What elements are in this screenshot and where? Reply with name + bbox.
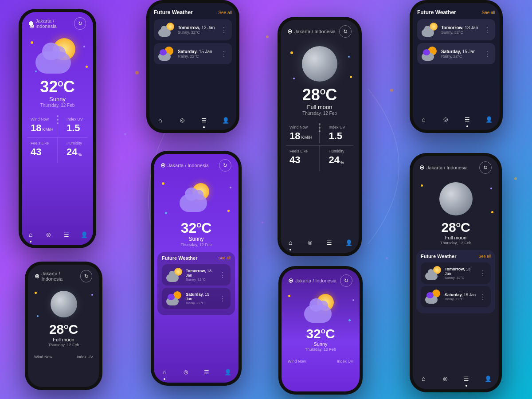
refresh-btn-3[interactable]: ↻	[339, 25, 352, 38]
nav-user-2[interactable]: 👤	[219, 114, 232, 126]
nav-user-1[interactable]: 👤	[78, 228, 90, 241]
refresh-btn-1[interactable]: ↻	[74, 17, 86, 30]
location-pin-5	[35, 274, 39, 278]
phone-5: Jakarta / Indonesia ↻ 28OC Full moon Thu…	[25, 262, 102, 390]
forecast-more-4a[interactable]: ⋮	[484, 26, 491, 34]
forecast-more-saturday-2[interactable]: ⋮	[220, 50, 227, 58]
nav-list-2[interactable]: ☰	[198, 114, 210, 126]
forecast-icon-sunny-2	[158, 23, 174, 37]
nav-list-3[interactable]: ☰	[323, 236, 336, 249]
weather-icon-area-6	[154, 174, 239, 219]
temp-area-7: 32OC Sunny Thursday, 12 Feb	[282, 325, 360, 353]
bottom-nav-2: ⌂ ◎ ☰ 👤	[149, 110, 236, 130]
forecast-more-6a[interactable]: ⋮	[219, 271, 226, 279]
bottom-nav-3: ⌂ ◎ ☰ 👤	[281, 233, 359, 253]
phone-6: Jakarta / Indonesia ↻ 32OC Sunny Thursda…	[151, 151, 242, 386]
nav-home-6[interactable]: ⌂	[158, 366, 171, 378]
phone-1-header: Jakarta / Indonesia ↻	[22, 12, 93, 32]
stats-labels-7: Wind Now Index UV	[282, 356, 360, 365]
forecast-more-4b[interactable]: ⋮	[484, 50, 491, 58]
nav-user-6[interactable]: 👤	[222, 366, 234, 378]
feels-stat-1: Feels Like 43	[27, 138, 57, 160]
moon-icon-3	[302, 46, 337, 82]
forecast-item-tomorrow-6: Tomorrow, 13 Jan Sunny, 32°C ⋮	[162, 264, 231, 286]
forecast-more-tomorrow-2[interactable]: ⋮	[220, 26, 227, 34]
nav-list-4[interactable]: ☰	[461, 113, 473, 125]
forecast-more-8b[interactable]: ⋮	[479, 293, 486, 301]
condition-1: Sunny	[22, 96, 93, 102]
wind-stat-3: Wind Now 18KM/H	[286, 122, 320, 146]
location-info-1: Jakarta / Indonesia	[29, 18, 74, 29]
svg-point-1	[31, 25, 33, 27]
nav-compass-4[interactable]: ◎	[439, 113, 452, 125]
phone-1-screen: Jakarta / Indonesia ↻ 32OC Sunny T	[22, 12, 93, 245]
stats-labels-5: Wind Now Index UV	[28, 352, 99, 361]
temperature-5: 28OC	[28, 323, 99, 336]
nav-home-4[interactable]: ⌂	[418, 113, 430, 125]
phone-4-screen: Future Weather See all Tomorrow, 13 Jan …	[413, 3, 500, 130]
phone-2-screen: Future Weather See all Tomorrow, 13 Jan …	[149, 3, 236, 130]
nav-list-8[interactable]: ☰	[460, 372, 473, 385]
nav-home-1[interactable]: ⌂	[24, 228, 37, 241]
location-pin-1	[29, 21, 33, 26]
weather-icon-area-7	[282, 289, 360, 325]
stats-grid-3: Wind Now 18KM/H Index UV 1.5 Feels Like …	[281, 119, 359, 171]
nav-home-2[interactable]: ⌂	[154, 114, 167, 126]
phone-3: Jakarta / Indonesia ↻ 28OC Full moon Thu…	[278, 17, 362, 256]
nav-home-3[interactable]: ⌂	[284, 236, 297, 249]
bottom-nav-1: ⌂ ◎ ☰ 👤	[22, 225, 93, 245]
refresh-btn-8[interactable]: ↻	[479, 161, 492, 174]
nav-compass-8[interactable]: ◎	[439, 372, 451, 385]
sun-cloud-icon-6	[180, 183, 213, 212]
temp-area-1: 32OC Sunny Thursday, 12 Feb	[22, 77, 93, 109]
nav-home-8[interactable]: ⌂	[417, 372, 430, 385]
nav-list-1[interactable]: ☰	[60, 228, 73, 241]
phone-6-screen: Jakarta / Indonesia ↻ 32OC Sunny Thursda…	[154, 154, 239, 383]
phone-8-header: Jakarta / Indonesia ↻	[413, 156, 499, 176]
phone-6-header: Jakarta / Indonesia ↻	[154, 154, 239, 174]
temp-area-3: 28OC Full moon Thursday, 12 Feb	[281, 85, 359, 117]
phone-8-screen: Jakarta / Indonesia ↻ 28OC Full moon Thu…	[413, 156, 499, 389]
nav-user-4[interactable]: 👤	[483, 113, 495, 125]
date-1: Thursday, 12 Feb	[22, 103, 93, 108]
location-pin-6	[161, 163, 165, 168]
nav-compass-1[interactable]: ◎	[42, 228, 55, 241]
weather-icon-area-8	[413, 176, 499, 219]
phone-5-header: Jakarta / Indonesia ↻	[28, 265, 99, 285]
nav-user-3[interactable]: 👤	[343, 236, 355, 249]
uv-stat-3: Index UV 1.5	[320, 122, 354, 146]
location-text-1: Jakarta / Indonesia	[35, 18, 74, 29]
phone-7: Jakarta / Indonesia ↻ 32OC Sunny Thursda…	[278, 266, 363, 395]
svg-point-5	[36, 275, 38, 277]
future-weather-section-2: Future Weather See all Tomorrow, 13 Jan …	[149, 3, 236, 70]
sun-cloud-icon-7	[304, 294, 337, 323]
future-header-2: Future Weather See all	[154, 9, 232, 16]
forecast-more-8a[interactable]: ⋮	[479, 269, 486, 278]
forecast-more-6b[interactable]: ⋮	[219, 294, 226, 303]
forecast-day-saturday-2: Saturday, 15 Jan	[178, 49, 217, 54]
refresh-btn-7[interactable]: ↻	[340, 274, 352, 287]
forecast-item-saturday-6: Saturday, 15 Jan Rainy, 22°C ⋮	[162, 288, 231, 309]
phone-5-screen: Jakarta / Indonesia ↻ 28OC Full moon Thu…	[28, 265, 99, 387]
phone-1: Jakarta / Indonesia ↻ 32OC Sunny T	[19, 9, 96, 248]
nav-compass-3[interactable]: ◎	[304, 236, 316, 249]
phone-7-header: Jakarta / Indonesia ↻	[282, 269, 360, 289]
forecast-item-saturday-4: Saturday, 15 Jan Rainy, 22°C ⋮	[417, 43, 495, 64]
phone-2: Future Weather See all Tomorrow, 13 Jan …	[146, 0, 239, 133]
forecast-item-saturday-2: Saturday, 15 Jan Rainy, 22°C ⋮	[154, 43, 232, 64]
forecast-icon-rainy-6	[166, 291, 182, 305]
nav-compass-2[interactable]: ◎	[176, 114, 188, 126]
humidity-stat-1: Humidity 24%	[58, 138, 88, 160]
forecast-item-saturday-8: Saturday, 15 Jan Rainy, 22°C ⋮	[421, 286, 491, 307]
nav-list-6[interactable]: ☰	[200, 366, 213, 378]
forecast-day-tomorrow-2: Tomorrow, 13 Jan	[178, 25, 217, 30]
refresh-btn-6[interactable]: ↻	[219, 159, 231, 172]
bottom-nav-8: ⌂ ◎ ☰ 👤	[413, 369, 499, 389]
nav-user-8[interactable]: 👤	[482, 372, 494, 385]
svg-point-11	[421, 167, 423, 168]
nav-compass-6[interactable]: ◎	[180, 366, 192, 378]
cloud-shape-1	[35, 51, 71, 74]
location-pin-8	[420, 165, 424, 170]
temperature-6: 32OC	[154, 221, 239, 235]
refresh-btn-5[interactable]: ↻	[80, 270, 92, 282]
